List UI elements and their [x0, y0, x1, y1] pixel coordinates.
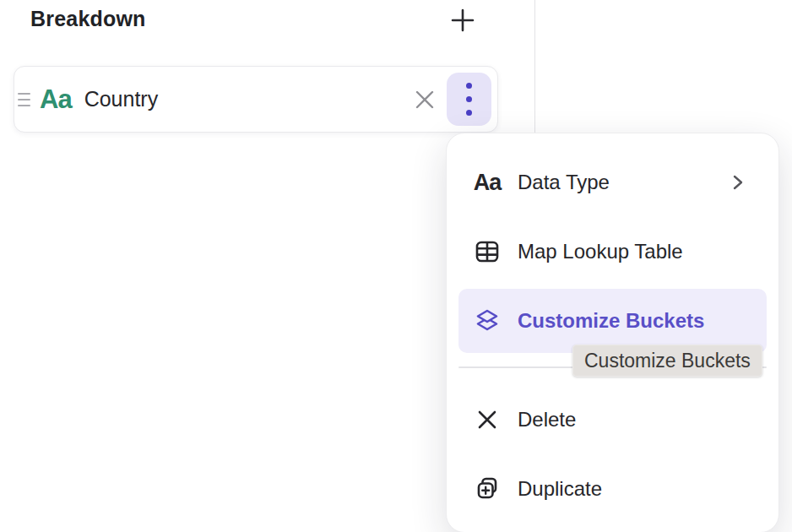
menu-item-label: Duplicate	[518, 477, 602, 501]
data-type-text-icon: Aa	[40, 86, 72, 112]
menu-item-delete[interactable]: Delete	[458, 388, 767, 452]
page-title: Breakdown	[30, 7, 146, 31]
chevron-right-icon	[731, 172, 757, 193]
remove-field-button[interactable]	[408, 83, 442, 117]
field-options-menu: Aa Data Type Map Lookup Table Customize …	[446, 133, 779, 532]
table-icon	[474, 238, 501, 265]
menu-item-duplicate[interactable]: Duplicate	[458, 457, 767, 521]
menu-item-label: Customize Buckets	[518, 309, 704, 333]
menu-item-label: Delete	[518, 408, 576, 432]
x-icon	[474, 406, 501, 433]
duplicate-icon	[474, 475, 501, 502]
drag-handle-icon[interactable]	[18, 93, 31, 106]
close-icon	[414, 89, 436, 111]
field-options-button[interactable]	[447, 73, 491, 126]
menu-item-label: Data Type	[518, 171, 610, 194]
menu-item-customize-buckets[interactable]: Customize Buckets	[458, 289, 767, 353]
add-breakdown-button[interactable]	[446, 3, 480, 37]
menu-item-data-type[interactable]: Aa Data Type	[458, 150, 767, 214]
breakdown-field-card[interactable]: Aa Country	[14, 66, 498, 133]
plus-icon	[450, 8, 475, 33]
layers-icon	[474, 307, 501, 334]
tooltip: Customize Buckets	[572, 345, 762, 377]
kebab-dots-icon	[466, 83, 472, 116]
field-label: Country	[84, 87, 159, 111]
menu-item-map-lookup-table[interactable]: Map Lookup Table	[458, 220, 767, 284]
text-type-icon: Aa	[474, 169, 501, 196]
menu-item-label: Map Lookup Table	[518, 240, 683, 263]
